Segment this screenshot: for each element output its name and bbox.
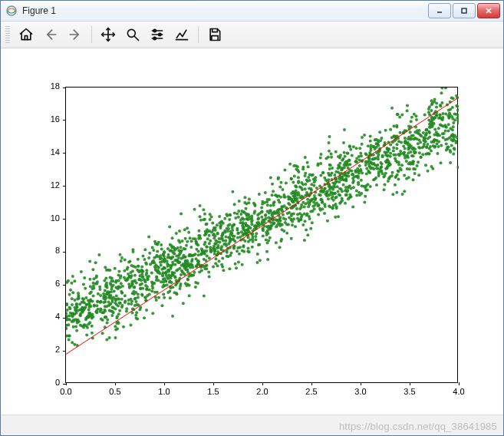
y-tick-label: 2 — [55, 345, 60, 354]
toolbar-grip — [5, 26, 10, 43]
subplots-button[interactable] — [146, 24, 169, 45]
svg-point-6 — [153, 29, 156, 31]
app-icon — [5, 5, 18, 17]
close-button[interactable] — [477, 3, 500, 18]
statusbar — [1, 415, 503, 435]
y-tick-label: 18 — [51, 81, 60, 91]
axes-area: 0.00.51.01.52.02.53.03.54.00246810121416… — [65, 87, 458, 383]
home-button[interactable] — [15, 24, 38, 45]
y-tick-label: 14 — [51, 147, 60, 157]
y-tick-label: 4 — [55, 312, 60, 321]
home-icon — [18, 27, 34, 42]
svg-point-5 — [127, 29, 135, 37]
x-tick-label: 0.0 — [60, 387, 71, 396]
x-tick-label: 2.0 — [256, 387, 268, 396]
minimize-button[interactable] — [428, 3, 451, 18]
window-title: Figure 1 — [22, 5, 428, 16]
x-tick-label: 3.5 — [404, 387, 415, 396]
y-tick-label: 0 — [55, 378, 60, 387]
back-button[interactable] — [39, 24, 62, 45]
svg-point-8 — [153, 37, 156, 39]
arrow-left-icon — [43, 27, 58, 42]
svg-rect-2 — [462, 8, 466, 13]
plot: 0.00.51.01.52.02.53.03.54.00246810121416… — [1, 48, 503, 416]
zoom-button[interactable] — [121, 24, 144, 45]
y-tick-label: 8 — [55, 246, 60, 255]
y-tick-label: 10 — [51, 213, 60, 223]
figure-canvas[interactable]: 0.00.51.01.52.02.53.03.54.00246810121416… — [1, 48, 503, 415]
x-tick-label: 4.0 — [453, 387, 464, 396]
search-icon — [125, 27, 140, 42]
separator — [198, 26, 199, 43]
axes-button[interactable] — [170, 24, 193, 45]
svg-point-0 — [7, 6, 16, 15]
line-layer — [66, 88, 459, 384]
chart-line-icon — [174, 27, 189, 42]
y-tick-label: 6 — [55, 279, 60, 288]
x-tick-label: 1.0 — [158, 387, 170, 396]
sliders-icon — [150, 27, 165, 42]
y-tick-label: 12 — [51, 180, 60, 190]
separator — [91, 26, 92, 43]
forward-button[interactable] — [64, 24, 87, 45]
x-tick-label: 3.0 — [354, 387, 366, 396]
x-tick-label: 0.5 — [109, 387, 120, 396]
x-tick-label: 1.5 — [207, 387, 219, 396]
save-icon — [207, 27, 222, 42]
pan-button[interactable] — [97, 24, 120, 45]
save-button[interactable] — [203, 24, 226, 45]
arrow-right-icon — [68, 27, 83, 42]
move-icon — [100, 27, 116, 42]
svg-point-7 — [159, 33, 161, 35]
toolbar — [1, 21, 503, 48]
titlebar: Figure 1 — [1, 1, 503, 21]
maximize-button[interactable] — [453, 3, 476, 18]
x-tick-label: 2.5 — [305, 387, 317, 396]
y-tick-label: 16 — [51, 114, 60, 124]
